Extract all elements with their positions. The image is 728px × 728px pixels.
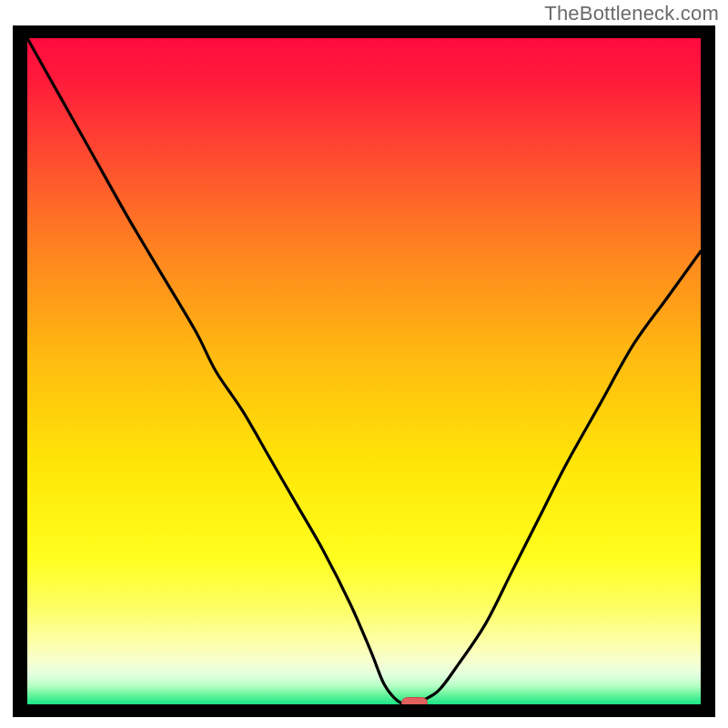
- plot-border: [13, 25, 715, 717]
- plot-area: [27, 38, 701, 704]
- watermark-text: TheBottleneck.com: [544, 2, 719, 25]
- chart-frame: TheBottleneck.com: [0, 0, 728, 728]
- gradient-background: [27, 38, 701, 704]
- optimum-marker: [402, 698, 428, 705]
- chart-svg: [27, 38, 701, 704]
